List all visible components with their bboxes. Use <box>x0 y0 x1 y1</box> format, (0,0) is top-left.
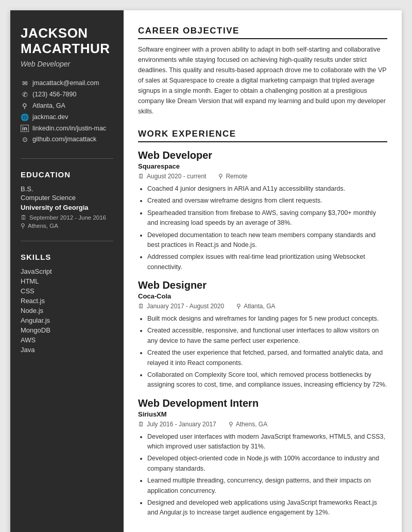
job-2-bullet-3: Created the user experience that fetched… <box>147 348 387 368</box>
job-2-bullet-1: Built mock designs and wireframes for la… <box>147 314 387 324</box>
job-3-bullet-4: Designed and developed web applications … <box>147 498 387 518</box>
contact-phone: ✆ (123) 456-7890 <box>21 91 113 98</box>
edu-dates: 🗓 September 2012 - June 2016 <box>21 214 113 221</box>
contact-linkedin: in linkedin.com/in/justin-mac <box>21 125 113 132</box>
skill-reactjs: React.js <box>21 297 113 305</box>
job-1-bullet-2: Created and oversaw wireframe designs fr… <box>147 196 387 206</box>
job-2-dates: 🗓 January 2017 - August 2020 <box>138 303 224 310</box>
skills-section-title: SKILLS <box>21 253 113 261</box>
calendar-icon-3: 🗓 <box>138 421 144 428</box>
work-experience-section: WORK EXPERIENCE Web Developer Squarespac… <box>138 129 387 518</box>
phone-icon: ✆ <box>21 91 29 98</box>
github-icon: ⊙ <box>21 136 29 143</box>
job-3-location: ⚲ Athens, GA <box>229 421 267 428</box>
job-2-bullets: Built mock designs and wireframes for la… <box>138 314 387 390</box>
website-icon: 🌐 <box>21 113 29 121</box>
candidate-name: JACKSON MACARTHUR <box>21 26 113 57</box>
resume-container: JACKSON MACARTHUR Web Developer ✉ jmacat… <box>10 10 402 532</box>
email-text: jmacattack@email.com <box>32 79 99 87</box>
candidate-title: Web Developer <box>21 60 113 68</box>
pin-icon: ⚲ <box>21 222 25 229</box>
contact-list: ✉ jmacattack@email.com ✆ (123) 456-7890 … <box>21 79 113 147</box>
job-1-location: ⚲ Remote <box>218 173 247 180</box>
job-3-bullet-2: Developed object-oriented code in Node.j… <box>147 454 387 474</box>
calendar-icon-2: 🗓 <box>138 303 144 310</box>
linkedin-text: linkedin.com/in/justin-mac <box>32 125 106 132</box>
contact-location: ⚲ Atlanta, GA <box>21 102 113 110</box>
skill-css: CSS <box>21 287 113 295</box>
work-experience-title: WORK EXPERIENCE <box>138 129 387 142</box>
sidebar: JACKSON MACARTHUR Web Developer ✉ jmacat… <box>10 10 124 532</box>
edu-school: University of Georgia <box>21 204 113 211</box>
name-line1: JACKSON <box>21 25 88 41</box>
github-text: github.com/jmacattack <box>32 136 96 143</box>
edu-location: ⚲ Athens, GA <box>21 222 113 229</box>
calendar-icon: 🗓 <box>21 214 27 221</box>
job-2-bullet-2: Created accessible, responsive, and func… <box>147 326 387 346</box>
contact-website: 🌐 jackmac.dev <box>21 113 113 121</box>
job-2-bullet-4: Collaborated on Complexity Score tool, w… <box>147 370 387 390</box>
pin-icon-3: ⚲ <box>229 421 233 428</box>
job-1-meta: 🗓 August 2020 - current ⚲ Remote <box>138 173 387 180</box>
edu-degree: B.S. <box>21 185 113 193</box>
education-section-title: EDUCATION <box>21 170 113 179</box>
location-icon: ⚲ <box>21 102 29 110</box>
skill-javascript: JavaScript <box>21 268 113 275</box>
calendar-icon-1: 🗓 <box>138 173 144 180</box>
location-text: Atlanta, GA <box>32 102 65 109</box>
skill-nodejs: Node.js <box>21 307 113 314</box>
job-1-bullet-3: Spearheaded transition from firebase to … <box>147 208 387 228</box>
skills-list: JavaScript HTML CSS React.js Node.js Ang… <box>21 268 113 356</box>
skill-html: HTML <box>21 277 113 285</box>
job-3-bullets: Developed user interfaces with modern Ja… <box>138 432 387 518</box>
job-3-dates: 🗓 July 2016 - January 2017 <box>138 421 216 428</box>
career-objective-text: Software engineer with a proven ability … <box>138 44 387 117</box>
job-1-bullet-5: Addressed complex issues with real-time … <box>147 252 387 272</box>
linkedin-icon: in <box>21 125 29 132</box>
skill-angularjs: Angular.js <box>21 317 113 324</box>
career-objective-title: CAREER OBJECTIVE <box>138 26 387 39</box>
pin-icon-1: ⚲ <box>218 173 223 180</box>
job-2-location: ⚲ Atlanta, GA <box>236 303 275 310</box>
divider-2 <box>21 241 113 241</box>
job-1-dates: 🗓 August 2020 - current <box>138 173 206 180</box>
job-1-title: Web Developer <box>138 149 387 161</box>
phone-text: (123) 456-7890 <box>32 91 76 98</box>
job-2-title: Web Designer <box>138 279 387 291</box>
main-content: CAREER OBJECTIVE Software engineer with … <box>124 10 402 532</box>
job-1: Web Developer Squarespace 🗓 August 2020 … <box>138 149 387 272</box>
job-1-company: Squarespace <box>138 162 387 170</box>
job-1-bullet-4: Developed documentation to teach new tea… <box>147 230 387 251</box>
skill-mongodb: MongoDB <box>21 326 113 334</box>
career-objective-section: CAREER OBJECTIVE Software engineer with … <box>138 26 387 117</box>
job-3-title: Web Development Intern <box>138 397 387 409</box>
job-1-bullet-1: Coached 4 junior designers in ARIA and A… <box>147 184 387 194</box>
job-3-meta: 🗓 July 2016 - January 2017 ⚲ Athens, GA <box>138 421 387 428</box>
contact-github: ⊙ github.com/jmacattack <box>21 136 113 143</box>
job-3-bullet-3: Learned multiple threading, concurrency,… <box>147 476 387 496</box>
skill-aws: AWS <box>21 336 113 344</box>
job-3: Web Development Intern SiriusXM 🗓 July 2… <box>138 397 387 518</box>
skill-java: Java <box>21 346 113 354</box>
job-1-bullets: Coached 4 junior designers in ARIA and A… <box>138 184 387 272</box>
job-3-company: SiriusXM <box>138 410 387 418</box>
contact-email: ✉ jmacattack@email.com <box>21 79 113 87</box>
job-2-meta: 🗓 January 2017 - August 2020 ⚲ Atlanta, … <box>138 303 387 310</box>
job-3-bullet-1: Developed user interfaces with modern Ja… <box>147 432 387 452</box>
edu-field: Computer Science <box>21 194 113 202</box>
website-text: jackmac.dev <box>32 113 68 121</box>
pin-icon-2: ⚲ <box>236 303 241 310</box>
email-icon: ✉ <box>21 79 29 87</box>
name-line2: MACARTHUR <box>21 41 110 56</box>
job-2-company: Coca-Cola <box>138 292 387 300</box>
divider-1 <box>21 158 113 159</box>
job-2: Web Designer Coca-Cola 🗓 January 2017 - … <box>138 279 387 390</box>
